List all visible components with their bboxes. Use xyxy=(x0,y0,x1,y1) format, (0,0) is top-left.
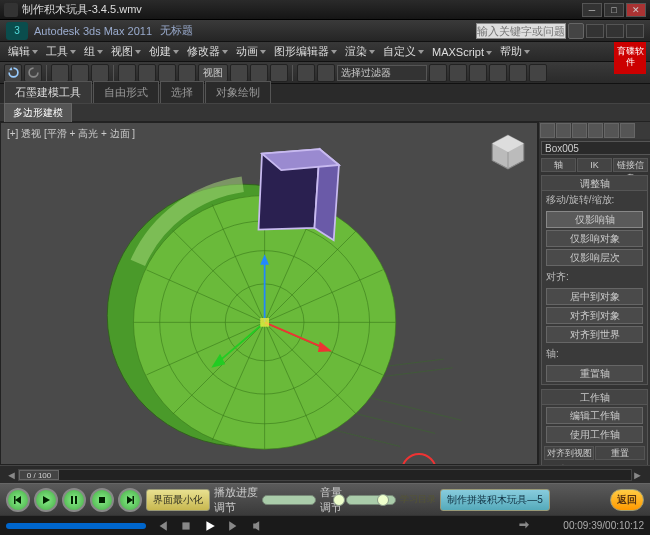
ui-minimize-chip[interactable]: 界面最小化 xyxy=(146,489,210,511)
angle-snap-icon[interactable] xyxy=(250,64,268,82)
player-pause-button[interactable] xyxy=(62,488,86,512)
volume-slider[interactable] xyxy=(346,495,396,505)
btn-align-object[interactable]: 对齐到对象 xyxy=(546,307,643,324)
layer-icon[interactable] xyxy=(429,64,447,82)
coord-system[interactable]: 视图 xyxy=(198,64,228,82)
select-icon[interactable] xyxy=(118,64,136,82)
move-icon[interactable] xyxy=(138,64,156,82)
tab-freeform[interactable]: 自由形式 xyxy=(93,81,159,103)
help-search-input[interactable] xyxy=(476,23,566,39)
help-icon[interactable] xyxy=(568,23,584,39)
media-repeat-icon[interactable] xyxy=(515,519,531,533)
btn-affect-object[interactable]: 仅影响对象 xyxy=(546,230,643,247)
schematic-icon[interactable] xyxy=(469,64,487,82)
mirror-icon[interactable] xyxy=(297,64,315,82)
subtab-polymodel[interactable]: 多边形建模 xyxy=(4,103,72,123)
btn-use-workaxis[interactable]: 使用工作轴 xyxy=(546,426,643,443)
timeline[interactable]: ◄ 0 / 100 ► xyxy=(0,465,650,483)
btn-affect-pivot[interactable]: 仅影响轴 xyxy=(546,211,643,228)
menu-render[interactable]: 渲染 xyxy=(341,44,379,59)
menu-group[interactable]: 组 xyxy=(80,44,107,59)
menu-tools[interactable]: 工具 xyxy=(42,44,80,59)
menu-modifier[interactable]: 修改器 xyxy=(183,44,232,59)
menu-help[interactable]: 帮助 xyxy=(496,44,534,59)
snap-icon[interactable] xyxy=(230,64,248,82)
create-tab-icon[interactable] xyxy=(540,123,555,138)
link-icon[interactable] xyxy=(51,64,69,82)
chip-toc[interactable]: 学习目录 xyxy=(400,493,436,506)
utility-tab-icon[interactable] xyxy=(620,123,635,138)
menu-view[interactable]: 视图 xyxy=(107,44,145,59)
btn-align-world[interactable]: 对齐到世界 xyxy=(546,326,643,343)
menu-custom[interactable]: 自定义 xyxy=(379,44,428,59)
player-stop-button[interactable] xyxy=(90,488,114,512)
lesson-title-chip[interactable]: 制作拼装积木玩具—5 xyxy=(440,489,550,511)
inner-close-button[interactable] xyxy=(626,24,644,38)
render-icon[interactable] xyxy=(529,64,547,82)
pivot-tab[interactable]: 轴 xyxy=(541,158,576,172)
btn-center-object[interactable]: 居中到对象 xyxy=(546,288,643,305)
timeline-slider[interactable]: 0 / 100 xyxy=(19,470,59,480)
media-play-icon[interactable] xyxy=(202,519,218,533)
viewcube-icon[interactable] xyxy=(487,131,529,173)
display-tab-icon[interactable] xyxy=(604,123,619,138)
percent-snap-icon[interactable] xyxy=(270,64,288,82)
align-icon[interactable] xyxy=(317,64,335,82)
ik-tab[interactable]: IK xyxy=(577,158,612,172)
btn-reset-axis[interactable]: 重置轴 xyxy=(546,365,643,382)
curve-editor-icon[interactable] xyxy=(449,64,467,82)
media-prev-icon[interactable] xyxy=(154,519,170,533)
render-setup-icon[interactable] xyxy=(509,64,527,82)
material-icon[interactable] xyxy=(489,64,507,82)
perspective-viewport[interactable]: [+] 透视 [平滑 + 高光 + 边面 ] xyxy=(0,122,538,465)
inner-restore-button[interactable] xyxy=(606,24,624,38)
player-next-button[interactable] xyxy=(118,488,142,512)
btn-edit-workaxis[interactable]: 编辑工作轴 xyxy=(546,407,643,424)
modify-tab-icon[interactable] xyxy=(556,123,571,138)
bind-icon[interactable] xyxy=(91,64,109,82)
close-button[interactable]: ✕ xyxy=(626,3,646,17)
menu-graph[interactable]: 图形编辑器 xyxy=(270,44,341,59)
tab-graphite[interactable]: 石墨建模工具 xyxy=(4,81,92,103)
player-play-button[interactable] xyxy=(34,488,58,512)
unlink-icon[interactable] xyxy=(71,64,89,82)
return-button[interactable]: 返回 xyxy=(610,489,644,511)
undo-icon[interactable] xyxy=(4,64,22,82)
viewport-label[interactable]: [+] 透视 [平滑 + 高光 + 边面 ] xyxy=(7,127,135,141)
filter-dropdown[interactable]: 选择过滤器 xyxy=(337,65,427,81)
media-next-icon[interactable] xyxy=(226,519,242,533)
btn-align-view[interactable]: 对齐到视图 xyxy=(544,446,594,460)
timeline-track[interactable]: 0 / 100 xyxy=(18,469,632,481)
redo-icon[interactable] xyxy=(24,64,42,82)
media-progress-bar[interactable] xyxy=(6,523,146,529)
menu-animation[interactable]: 动画 xyxy=(232,44,270,59)
media-shuffle-icon[interactable] xyxy=(539,519,555,533)
3dsmax-logo-icon[interactable]: 3 xyxy=(6,22,28,40)
svg-rect-36 xyxy=(133,496,135,504)
maximize-button[interactable]: □ xyxy=(604,3,624,17)
section-adjust-axis[interactable]: 调整轴 xyxy=(542,176,647,191)
btn-reset-work[interactable]: 重置 xyxy=(595,446,645,460)
section-work-axis[interactable]: 工作轴 xyxy=(542,390,647,405)
inner-minimize-button[interactable] xyxy=(586,24,604,38)
tab-paint[interactable]: 对象绘制 xyxy=(205,81,271,103)
menu-create[interactable]: 创建 xyxy=(145,44,183,59)
media-stop-icon[interactable] xyxy=(178,519,194,533)
progress-slider[interactable] xyxy=(262,495,316,505)
menu-maxscript[interactable]: MAXScript xyxy=(428,46,496,58)
player-prev-button[interactable] xyxy=(6,488,30,512)
linkinfo-tab[interactable]: 链接信息 xyxy=(613,158,648,172)
timeline-left-icon[interactable]: ◄ xyxy=(6,469,18,481)
btn-affect-hierarchy[interactable]: 仅影响层次 xyxy=(546,249,643,266)
object-name-input[interactable] xyxy=(541,141,650,155)
minimize-button[interactable]: ─ xyxy=(582,3,602,17)
scale-icon[interactable] xyxy=(178,64,196,82)
media-volume-icon[interactable] xyxy=(250,519,266,533)
rotate-icon[interactable] xyxy=(158,64,176,82)
menu-edit[interactable]: 编辑 xyxy=(4,44,42,59)
media-statusbar: 00:09:39/00:10:12 xyxy=(0,515,650,535)
hierarchy-tab-icon[interactable] xyxy=(572,123,587,138)
tab-select[interactable]: 选择 xyxy=(160,81,204,103)
motion-tab-icon[interactable] xyxy=(588,123,603,138)
timeline-right-icon[interactable]: ► xyxy=(632,469,644,481)
